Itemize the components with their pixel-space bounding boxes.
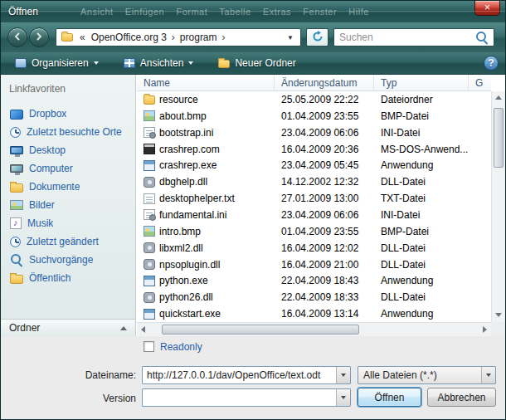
views-label: Ansichten: [140, 57, 184, 69]
new-folder-icon: [218, 60, 230, 68]
search-input[interactable]: [334, 32, 476, 43]
breadcrumb-overflow-chevron[interactable]: «: [80, 32, 85, 43]
sidebar-item-documents[interactable]: Dokumente: [1, 178, 135, 196]
pictures-icon: [10, 200, 23, 210]
navigation-bar: « OpenOffice.org 3 › program › ▼: [1, 22, 505, 52]
file-date: 23.04.2009 05:45: [275, 159, 374, 171]
table-row[interactable]: python26.dll 22.04.2009 18:33 DLL-Datei: [137, 289, 491, 305]
table-row[interactable]: libxml2.dll 16.04.2009 12:02 DLL-Datei: [137, 240, 491, 256]
sidebar-item-dropbox[interactable]: Dropbox: [1, 105, 135, 123]
file-name: quickstart.exe: [159, 308, 221, 320]
filename-dropdown-button[interactable]: [336, 367, 350, 383]
back-button[interactable]: [7, 27, 27, 47]
scroll-down-button[interactable]: [492, 309, 505, 322]
column-header-date[interactable]: Änderungsdatum: [275, 75, 374, 90]
breadcrumb[interactable]: « OpenOffice.org 3 › program › ▼: [56, 28, 301, 46]
views-button[interactable]: Ansichten: [116, 55, 202, 72]
dll-file-icon: [144, 177, 155, 188]
search-icon[interactable]: [476, 32, 488, 43]
readonly-label[interactable]: Readonly: [160, 341, 202, 353]
vertical-scroll-thumb[interactable]: [494, 108, 504, 168]
sidebar-item-pictures[interactable]: Bilder: [1, 196, 135, 214]
folders-toggle-label: Ordner: [9, 322, 40, 334]
favorites-list: Dropbox Zuletzt besuchte Orte Desktop Co…: [1, 105, 135, 287]
dll-file-icon: [144, 242, 155, 253]
sidebar-item-public[interactable]: Öffentlich: [1, 269, 135, 287]
forward-button[interactable]: [29, 27, 49, 47]
table-row[interactable]: npsoplugin.dll 16.04.2009 21:00 DLL-Date…: [137, 256, 491, 273]
file-date: 23.04.2009 06:06: [275, 209, 374, 221]
sidebar-item-computer[interactable]: Computer: [1, 159, 135, 178]
scroll-right-button[interactable]: [478, 323, 491, 336]
organize-button[interactable]: Organisieren: [7, 55, 106, 72]
table-row[interactable]: dbghelp.dll 14.12.2002 12:32 DLL-Datei: [137, 173, 491, 190]
folders-toggle[interactable]: Ordner: [1, 319, 136, 336]
horizontal-scrollbar[interactable]: [137, 322, 491, 336]
version-dropdown-button[interactable]: [336, 389, 350, 406]
browse-area: Linkfavoriten Dropbox Zuletzt besuchte O…: [1, 75, 505, 336]
table-row[interactable]: python.exe 22.04.2009 18:43 Anwendung: [137, 272, 491, 289]
file-date: 27.01.2009 13:00: [275, 193, 374, 204]
background-menubar: Ansicht Einfügen Format Tabelle Extras F…: [80, 7, 369, 17]
help-button[interactable]: ?: [484, 56, 499, 71]
forward-arrow-icon: [35, 32, 43, 43]
chevron-down-icon: [188, 61, 193, 65]
chevron-down-icon: [341, 396, 346, 399]
sidebar-item-recent-places[interactable]: Zuletzt besuchte Orte: [1, 123, 135, 141]
column-header-type[interactable]: Typ: [374, 75, 469, 90]
file-type: DLL-Datei: [374, 259, 469, 271]
table-row[interactable]: about.bmp 01.04.2009 23:55 BMP-Datei: [137, 108, 491, 125]
vertical-scrollbar[interactable]: [491, 91, 505, 322]
filetype-dropdown-button[interactable]: [481, 367, 495, 383]
triangle-up-icon: [495, 95, 502, 100]
desktop-icon: [10, 146, 23, 154]
sidebar-item-recently-changed[interactable]: Zuletzt geändert: [1, 232, 135, 251]
file-type: DLL-Datei: [374, 176, 469, 188]
folder-icon: [144, 95, 155, 105]
breadcrumb-segment-openoffice[interactable]: OpenOffice.org 3: [88, 31, 170, 44]
column-header-size[interactable]: G: [469, 75, 491, 90]
table-row[interactable]: quickstart.exe 16.04.2009 13:14 Anwendun…: [137, 305, 491, 322]
back-arrow-icon: [13, 32, 22, 43]
refresh-button[interactable]: [306, 28, 328, 46]
version-combobox[interactable]: [142, 388, 351, 407]
table-row[interactable]: fundamental.ini 23.04.2009 06:06 INI-Dat…: [137, 207, 491, 223]
breadcrumb-dropdown-icon[interactable]: ▼: [284, 34, 297, 42]
titlebar: Öffnen Ansicht Einfügen Format Tabelle E…: [1, 1, 505, 22]
readonly-checkbox[interactable]: [144, 341, 154, 352]
file-date: 22.04.2009 18:43: [275, 275, 374, 286]
close-icon: ×: [484, 2, 490, 13]
breadcrumb-segment-program[interactable]: program: [177, 31, 221, 44]
open-button[interactable]: Öffnen: [358, 388, 421, 407]
table-row[interactable]: intro.bmp 01.04.2009 23:55 BMP-Datei: [137, 223, 491, 240]
scroll-left-button[interactable]: [137, 323, 150, 336]
close-button[interactable]: ×: [474, 1, 500, 16]
breadcrumb-separator[interactable]: ›: [221, 31, 227, 44]
column-header-name[interactable]: Name: [137, 75, 275, 90]
cancel-button[interactable]: Abbrechen: [427, 388, 496, 407]
sidebar-item-desktop[interactable]: Desktop: [1, 141, 135, 159]
filename-input[interactable]: [143, 369, 336, 381]
sidebar-item-label: Dropbox: [29, 108, 66, 120]
table-row[interactable]: crashrep.com 16.04.2009 20:36 MS-DOS-Anw…: [137, 141, 491, 158]
chevron-down-icon: [486, 374, 491, 377]
table-row[interactable]: desktophelper.txt 27.01.2009 13:00 TXT-D…: [137, 190, 491, 207]
sidebar-item-label: Dokumente: [29, 181, 80, 193]
scroll-up-button[interactable]: [492, 91, 505, 105]
organize-label: Organisieren: [32, 57, 89, 69]
file-date: 01.04.2009 23:55: [275, 226, 374, 237]
horizontal-scroll-thumb[interactable]: [162, 325, 359, 335]
table-row[interactable]: resource 25.05.2009 22:22 Dateiordner: [137, 91, 491, 108]
views-icon: [124, 58, 135, 68]
file-date: 22.04.2009 18:33: [275, 291, 374, 303]
table-row[interactable]: crashrep.exe 23.04.2009 05:45 Anwendung: [137, 157, 491, 173]
table-row[interactable]: bootstrap.ini 23.04.2009 06:06 INI-Datei: [137, 125, 491, 141]
dll-file-icon: [144, 259, 155, 270]
dll-file-icon: [144, 292, 155, 303]
sidebar-item-music[interactable]: Musik: [1, 214, 135, 232]
filetype-combobox[interactable]: Alle Dateien (*.*): [358, 366, 496, 384]
breadcrumb-separator[interactable]: ›: [170, 31, 177, 44]
new-folder-button[interactable]: Neuer Ordner: [211, 55, 303, 72]
recently-changed-icon: [10, 237, 21, 247]
sidebar-item-searches[interactable]: Suchvorgänge: [1, 251, 135, 269]
